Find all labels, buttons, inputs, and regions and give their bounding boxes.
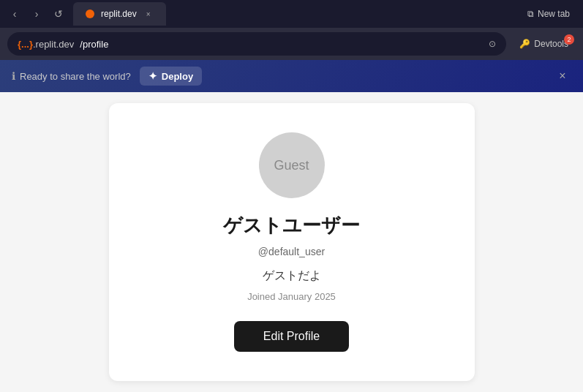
banner-info: ℹ Ready to share the world? bbox=[12, 70, 131, 82]
deploy-button[interactable]: ✦ Deploy bbox=[140, 67, 202, 86]
tab-label: replit.dev bbox=[101, 9, 137, 19]
devtools-button[interactable]: 🔑 Devtools 2 bbox=[512, 36, 576, 52]
deploy-icon: ✦ bbox=[148, 70, 157, 82]
profile-joined: Joined January 2025 bbox=[247, 291, 336, 302]
new-tab-label: New tab bbox=[538, 9, 570, 19]
address-path: /profile bbox=[80, 39, 108, 50]
address-bar[interactable]: {...}.replit.dev /profile ⊙ bbox=[7, 32, 506, 56]
profile-handle: @default_user bbox=[258, 246, 325, 257]
browser-controls: ‹ › ↺ bbox=[6, 5, 67, 23]
tab-favicon bbox=[85, 9, 95, 19]
refresh-icon: ↺ bbox=[54, 8, 63, 20]
info-icon: ℹ bbox=[12, 70, 15, 82]
avatar: Guest bbox=[259, 132, 325, 198]
edit-profile-button[interactable]: Edit Profile bbox=[234, 321, 349, 352]
domain-tld: .replit.dev bbox=[33, 39, 74, 50]
forward-icon: › bbox=[35, 8, 39, 20]
banner-info-text: Ready to share the world? bbox=[20, 71, 131, 82]
deploy-label: Deploy bbox=[162, 71, 193, 82]
new-tab-button[interactable]: ⧉ New tab bbox=[520, 6, 577, 22]
banner-close-button[interactable]: × bbox=[554, 67, 571, 85]
profile-bio: ゲストだよ bbox=[263, 268, 321, 284]
active-tab[interactable]: replit.dev × bbox=[73, 2, 166, 26]
refresh-button[interactable]: ↺ bbox=[50, 5, 67, 23]
address-bar-row: {...}.replit.dev /profile ⊙ 🔑 Devtools 2 bbox=[0, 28, 583, 60]
brand-text: {...} bbox=[18, 39, 33, 50]
deploy-banner: ℹ Ready to share the world? ✦ Deploy × bbox=[0, 60, 583, 92]
devtools-label: Devtools bbox=[534, 39, 568, 49]
profile-name: ゲストユーザー bbox=[223, 213, 360, 238]
tab-bar: ‹ › ↺ replit.dev × ⧉ New tab bbox=[0, 0, 583, 28]
edit-profile-label: Edit Profile bbox=[263, 330, 320, 342]
replit-favicon-icon bbox=[86, 10, 94, 18]
browser-chrome: ‹ › ↺ replit.dev × ⧉ New tab {...}.repli… bbox=[0, 0, 583, 60]
back-icon: ‹ bbox=[13, 8, 17, 20]
address-search-icon[interactable]: ⊙ bbox=[489, 39, 496, 49]
devtools-key-icon: 🔑 bbox=[519, 39, 530, 49]
close-icon: × bbox=[559, 69, 565, 83]
tab-close-button[interactable]: × bbox=[143, 8, 154, 20]
new-tab-icon: ⧉ bbox=[527, 9, 534, 19]
page-content: Guest ゲストユーザー @default_user ゲストだよ Joined… bbox=[0, 92, 583, 392]
profile-card: Guest ゲストユーザー @default_user ゲストだよ Joined… bbox=[109, 103, 475, 381]
back-button[interactable]: ‹ bbox=[6, 5, 23, 23]
address-domain: {...}.replit.dev bbox=[18, 39, 74, 50]
devtools-badge: 2 bbox=[564, 34, 574, 45]
forward-button[interactable]: › bbox=[28, 5, 45, 23]
toolbar-right: 🔑 Devtools 2 bbox=[512, 36, 576, 52]
avatar-text: Guest bbox=[274, 158, 309, 173]
